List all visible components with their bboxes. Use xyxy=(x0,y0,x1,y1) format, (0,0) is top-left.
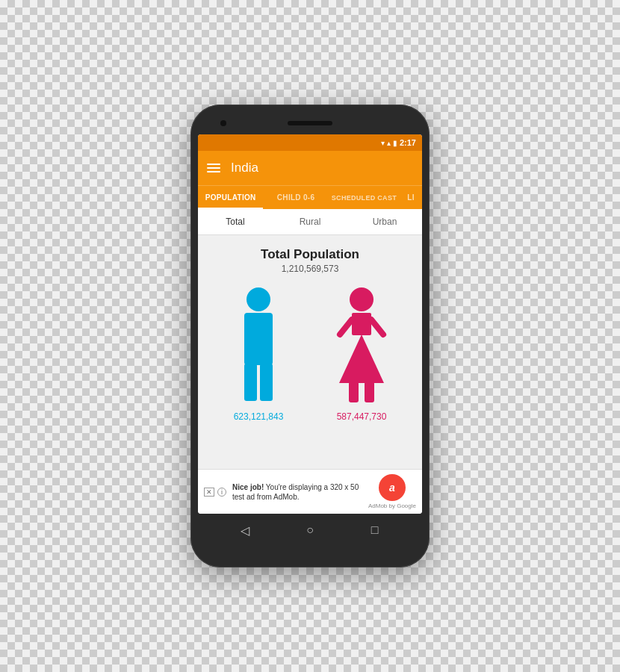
hamburger-icon[interactable] xyxy=(207,164,220,172)
signal-icon: ▴ xyxy=(387,139,391,147)
total-population-label: Total Population xyxy=(261,247,359,262)
phone-bottom xyxy=(198,547,422,557)
total-population-number: 1,210,569,573 xyxy=(282,264,339,274)
svg-rect-7 xyxy=(349,382,359,402)
svg-rect-5 xyxy=(352,313,371,335)
tab-child[interactable]: CHILD 0-6 xyxy=(263,186,328,209)
phone-speaker xyxy=(288,121,332,125)
ad-info-icon[interactable]: i xyxy=(217,488,226,497)
sub-tab-total[interactable]: Total xyxy=(198,209,273,234)
male-count: 623,121,843 xyxy=(234,411,284,422)
sub-tab-rural[interactable]: Rural xyxy=(273,209,347,234)
phone-top-bar xyxy=(198,115,422,131)
back-button[interactable]: ◁ xyxy=(234,519,256,541)
admob-logo-text: a xyxy=(389,482,395,494)
admob-logo: a xyxy=(379,474,406,501)
svg-line-10 xyxy=(371,320,383,335)
female-gender-item: 587,447,730 xyxy=(335,286,388,422)
content-area: Total Population 1,210,569,573 6 xyxy=(198,235,422,469)
phone-device: ▾ ▴ ▮ 2:17 India POPULATION CHILD 0-6 SC… xyxy=(190,105,430,567)
status-bar: ▾ ▴ ▮ 2:17 xyxy=(198,134,422,151)
phone-nav-bar: ◁ ○ □ xyxy=(198,514,422,547)
svg-rect-2 xyxy=(244,364,257,401)
ad-text-bold: Nice job! xyxy=(232,483,264,491)
ad-text: Nice job! You're displaying a 320 x 50 t… xyxy=(232,482,362,502)
status-time: 2:17 xyxy=(400,138,416,147)
svg-rect-1 xyxy=(244,313,273,365)
svg-marker-6 xyxy=(339,335,384,383)
app-bar: India xyxy=(198,151,422,185)
sub-tab-urban[interactable]: Urban xyxy=(347,209,422,234)
home-button[interactable]: ○ xyxy=(299,519,321,541)
ad-by-google: AdMob by Google xyxy=(368,503,416,509)
svg-point-0 xyxy=(247,287,270,311)
status-icons: ▾ ▴ ▮ 2:17 xyxy=(381,138,416,147)
female-count: 587,447,730 xyxy=(337,411,387,422)
ad-banner: ✕ i Nice job! You're displaying a 320 x … xyxy=(198,469,422,514)
svg-rect-8 xyxy=(365,382,374,402)
tab-bar: POPULATION CHILD 0-6 SCHEDULED CAST LI xyxy=(198,185,422,209)
svg-line-9 xyxy=(340,320,352,335)
battery-icon: ▮ xyxy=(393,139,397,147)
recent-button[interactable]: □ xyxy=(364,519,386,541)
phone-camera xyxy=(220,120,226,126)
tab-population[interactable]: POPULATION xyxy=(198,186,263,209)
admob-area: a AdMob by Google xyxy=(368,474,416,509)
male-gender-item: 623,121,843 xyxy=(232,286,285,422)
male-figure xyxy=(232,286,285,405)
app-title: India xyxy=(231,161,258,175)
svg-rect-3 xyxy=(260,364,273,401)
female-figure xyxy=(335,286,388,405)
tab-scheduled[interactable]: SCHEDULED CAST xyxy=(329,186,400,209)
wifi-icon: ▾ xyxy=(381,139,385,147)
sub-tabs: Total Rural Urban xyxy=(198,209,422,235)
tab-literacy[interactable]: LI xyxy=(400,186,422,209)
gender-row: 623,121,843 xyxy=(207,286,413,422)
svg-point-4 xyxy=(350,287,373,311)
phone-screen: ▾ ▴ ▮ 2:17 India POPULATION CHILD 0-6 SC… xyxy=(198,134,422,514)
ad-icon-area: ✕ i xyxy=(204,488,226,497)
ad-close-icon[interactable]: ✕ xyxy=(204,488,214,497)
